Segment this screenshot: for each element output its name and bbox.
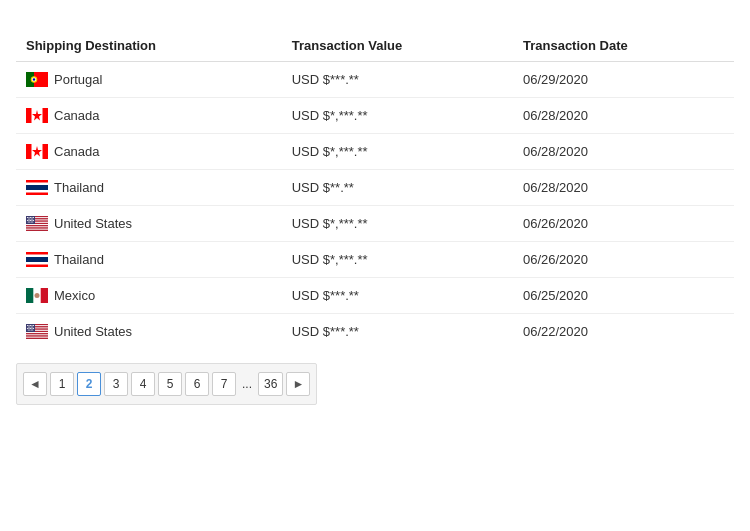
svg-rect-68 — [26, 337, 48, 338]
svg-rect-51 — [26, 257, 48, 262]
value-cell: USD $*,***.** — [282, 206, 513, 242]
col-header-destination: Shipping Destination — [16, 30, 282, 62]
destination-cell: Canada — [16, 98, 282, 134]
svg-point-34 — [31, 217, 32, 218]
svg-point-4 — [33, 78, 35, 80]
svg-rect-52 — [26, 262, 48, 265]
svg-point-72 — [28, 325, 29, 326]
svg-rect-55 — [41, 288, 48, 303]
date-cell: 06/26/2020 — [513, 242, 734, 278]
table-header-row: Shipping Destination Transaction Value T… — [16, 30, 734, 62]
country-flag-icon — [26, 288, 48, 303]
country-name: Portugal — [54, 72, 102, 87]
svg-point-73 — [30, 325, 31, 326]
country-name: United States — [54, 324, 132, 339]
pagination-prev[interactable]: ◄ — [23, 372, 47, 396]
value-cell: USD $*,***.** — [282, 134, 513, 170]
svg-point-47 — [31, 221, 32, 222]
pagination-dots: ... — [239, 377, 255, 391]
date-cell: 06/26/2020 — [513, 206, 734, 242]
svg-point-48 — [32, 221, 33, 222]
value-cell: USD $***.** — [282, 278, 513, 314]
svg-point-46 — [29, 221, 30, 222]
date-cell: 06/28/2020 — [513, 98, 734, 134]
svg-rect-24 — [26, 224, 48, 225]
svg-rect-54 — [26, 288, 33, 303]
date-cell: 06/29/2020 — [513, 62, 734, 98]
svg-rect-67 — [26, 336, 48, 337]
svg-rect-15 — [26, 185, 48, 190]
pagination-last[interactable]: 36 — [258, 372, 283, 396]
transaction-table: Shipping Destination Transaction Value T… — [16, 30, 734, 349]
country-name: Thailand — [54, 252, 104, 267]
svg-point-84 — [33, 328, 34, 329]
svg-rect-50 — [26, 255, 48, 258]
svg-point-32 — [28, 217, 29, 218]
pagination-page-3[interactable]: 3 — [104, 372, 128, 396]
svg-point-39 — [32, 218, 33, 219]
country-flag-icon — [26, 216, 48, 231]
pagination-page-1[interactable]: 1 — [50, 372, 74, 396]
country-flag-icon — [26, 72, 48, 87]
svg-point-44 — [33, 220, 34, 221]
svg-point-79 — [32, 326, 33, 327]
svg-point-41 — [28, 220, 29, 221]
svg-point-42 — [30, 220, 31, 221]
svg-point-87 — [31, 329, 32, 330]
country-flag-icon — [26, 108, 48, 123]
svg-rect-64 — [26, 332, 48, 333]
svg-point-38 — [31, 218, 32, 219]
table-row: Canada USD $*,***.**06/28/2020 — [16, 98, 734, 134]
date-cell: 06/28/2020 — [513, 170, 734, 206]
country-name: United States — [54, 216, 132, 231]
svg-point-40 — [27, 220, 28, 221]
destination-cell: United States — [16, 206, 282, 242]
value-cell: USD $***.** — [282, 314, 513, 350]
pagination-page-6[interactable]: 6 — [185, 372, 209, 396]
destination-cell: Canada — [16, 134, 282, 170]
country-flag-icon — [26, 180, 48, 195]
pagination-page-7[interactable]: 7 — [212, 372, 236, 396]
pagination-page-2[interactable]: 2 — [77, 372, 101, 396]
col-header-value: Transaction Value — [282, 30, 513, 62]
svg-rect-26 — [26, 226, 48, 227]
svg-rect-6 — [26, 108, 32, 123]
svg-point-78 — [31, 326, 32, 327]
svg-rect-65 — [26, 333, 48, 334]
svg-point-71 — [27, 325, 28, 326]
svg-point-74 — [31, 325, 32, 326]
svg-point-43 — [31, 220, 32, 221]
svg-rect-16 — [26, 190, 48, 193]
table-row: Thailand USD $*,***.**06/26/2020 — [16, 242, 734, 278]
pagination-page-5[interactable]: 5 — [158, 372, 182, 396]
svg-rect-25 — [26, 225, 48, 226]
svg-point-35 — [33, 217, 34, 218]
country-flag-icon — [26, 252, 48, 267]
svg-point-76 — [28, 326, 29, 327]
table-row: Thailand USD $**.**06/28/2020 — [16, 170, 734, 206]
svg-rect-7 — [43, 108, 49, 123]
date-cell: 06/25/2020 — [513, 278, 734, 314]
svg-point-81 — [28, 328, 29, 329]
date-cell: 06/28/2020 — [513, 134, 734, 170]
country-name: Thailand — [54, 180, 104, 195]
country-flag-icon — [26, 324, 48, 339]
svg-point-85 — [28, 329, 29, 330]
table-row: United States USD $*,***.**06/26/2020 — [16, 206, 734, 242]
country-name: Canada — [54, 144, 100, 159]
svg-point-33 — [30, 217, 31, 218]
destination-cell: Portugal — [16, 62, 282, 98]
svg-rect-66 — [26, 334, 48, 335]
pagination-next[interactable]: ► — [286, 372, 310, 396]
pagination-page-4[interactable]: 4 — [131, 372, 155, 396]
col-header-date: Transaction Date — [513, 30, 734, 62]
country-name: Mexico — [54, 288, 95, 303]
svg-point-86 — [29, 329, 30, 330]
country-flag-icon — [26, 144, 48, 159]
destination-cell: Thailand — [16, 170, 282, 206]
svg-rect-11 — [43, 144, 49, 159]
country-name: Canada — [54, 108, 100, 123]
pagination: ◄1234567...36► — [16, 363, 317, 405]
value-cell: USD $***.** — [282, 62, 513, 98]
svg-point-83 — [31, 328, 32, 329]
